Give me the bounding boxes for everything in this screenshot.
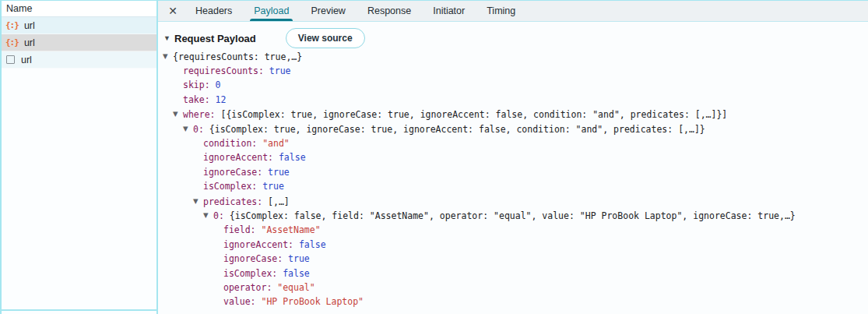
- property-key: ignoreCase:: [223, 253, 288, 264]
- property-key: condition:: [203, 138, 262, 149]
- panel-divider[interactable]: [156, 0, 158, 314]
- tab-timing[interactable]: Timing: [476, 0, 526, 21]
- payload-tree-row[interactable]: value: "HP ProBook Laptop": [158, 295, 868, 309]
- name-column-header[interactable]: Name: [0, 0, 156, 17]
- request-row[interactable]: url: [0, 51, 156, 69]
- payload-tree-row[interactable]: field: "AssetName": [158, 223, 868, 237]
- property-value: "equal": [277, 282, 315, 293]
- tab-headers[interactable]: Headers: [184, 0, 243, 21]
- property-key: 0:: [213, 210, 230, 221]
- payload-tree-row[interactable]: condition: "and": [158, 136, 868, 150]
- expand-triangle-icon[interactable]: ▼: [193, 194, 203, 208]
- tab-label: Initiator: [433, 5, 465, 16]
- tab-payload[interactable]: Payload: [243, 0, 300, 21]
- payload-tree-row[interactable]: ▼where: [{isComplex: true, ignoreCase: t…: [158, 107, 868, 122]
- network-request-list: Name {:}url{:}urlurl: [0, 0, 156, 314]
- property-value: 12: [216, 94, 227, 105]
- property-value: true: [262, 181, 284, 192]
- payload-tree-row[interactable]: operator: "equal": [158, 280, 868, 295]
- property-value: true: [268, 167, 290, 178]
- property-key: ignoreAccent:: [203, 152, 279, 163]
- section-title: Request Payload: [174, 33, 256, 44]
- payload-tree-row[interactable]: ▼0: {isComplex: true, ignoreCase: true, …: [158, 122, 868, 136]
- details-tab-bar: ✕ HeadersPayloadPreviewResponseInitiator…: [158, 0, 868, 22]
- expand-triangle-icon[interactable]: ▼: [163, 49, 173, 63]
- payload-tree-row[interactable]: ignoreCase: true: [158, 165, 868, 179]
- close-button[interactable]: ✕: [161, 0, 184, 21]
- expand-triangle-icon[interactable]: ▼: [183, 122, 193, 136]
- payload-tree-row[interactable]: ▼predicates: [,…]: [158, 194, 868, 209]
- payload-json-tree: ▼{requiresCounts: true,…}requiresCounts:…: [158, 49, 868, 309]
- payload-tree-row[interactable]: take: 12: [158, 93, 868, 107]
- request-name-label: url: [21, 55, 32, 65]
- property-value: false: [279, 152, 306, 163]
- request-name-label: url: [24, 20, 35, 31]
- request-row[interactable]: {:}url: [0, 17, 156, 34]
- name-column-label: Name: [6, 3, 32, 14]
- document-square-icon: [6, 55, 15, 64]
- property-value: {isComplex: true, ignoreCase: true, igno…: [209, 124, 705, 135]
- tab-preview[interactable]: Preview: [300, 0, 356, 21]
- property-value: false: [283, 268, 310, 279]
- json-braces-icon: {:}: [5, 38, 19, 47]
- view-source-label: View source: [298, 33, 353, 44]
- property-key: take:: [183, 94, 216, 105]
- property-value: true: [269, 65, 291, 76]
- tab-response[interactable]: Response: [357, 0, 422, 21]
- panel-frame-left-border: [0, 0, 2, 314]
- property-key: 0:: [193, 124, 209, 135]
- property-key: skip:: [183, 79, 216, 90]
- payload-tree-row[interactable]: isComplex: true: [158, 179, 868, 193]
- request-row[interactable]: {:}url: [0, 34, 156, 51]
- property-value: [,…]: [268, 196, 290, 206]
- property-value: "HP ProBook Laptop": [261, 296, 364, 307]
- close-icon: ✕: [168, 5, 177, 17]
- expand-triangle-icon[interactable]: ▼: [203, 208, 213, 222]
- request-payload-section-header[interactable]: ▼ Request Payload View source: [163, 28, 868, 48]
- section-collapse-triangle-icon[interactable]: ▼: [163, 34, 174, 42]
- tab-label: Preview: [311, 5, 345, 16]
- sidebar-bottom-border: [0, 309, 158, 311]
- tab-label: Headers: [195, 5, 232, 16]
- request-details-panel: ✕ HeadersPayloadPreviewResponseInitiator…: [158, 0, 868, 314]
- request-rows: {:}url{:}urlurl: [0, 17, 156, 69]
- property-key: isComplex:: [203, 181, 262, 192]
- json-braces-icon: {:}: [5, 21, 19, 30]
- property-key: ignoreCase:: [203, 167, 268, 178]
- payload-tree-row[interactable]: skip: 0: [158, 78, 868, 92]
- property-key: value:: [223, 296, 261, 307]
- property-key: requiresCounts:: [183, 65, 269, 76]
- property-key: where:: [183, 109, 220, 120]
- tab-label: Timing: [487, 5, 515, 16]
- property-value: 0: [216, 79, 221, 90]
- property-value: false: [299, 239, 326, 250]
- payload-tree-row[interactable]: isComplex: false: [158, 266, 868, 280]
- payload-tree-row[interactable]: ▼{requiresCounts: true,…}: [158, 49, 868, 64]
- property-key: field:: [223, 224, 261, 235]
- payload-tree-row[interactable]: requiresCounts: true: [158, 64, 868, 78]
- property-value: "AssetName": [261, 224, 320, 235]
- property-value: true: [288, 253, 310, 264]
- payload-tree-row[interactable]: ▼0: {isComplex: false, field: "AssetName…: [158, 208, 868, 223]
- property-key: isComplex:: [223, 268, 283, 279]
- panel-frame-top-border: [0, 0, 868, 1]
- request-name-label: url: [24, 37, 35, 48]
- tab-initiator[interactable]: Initiator: [422, 0, 476, 21]
- property-key: ignoreAccent:: [223, 239, 299, 250]
- view-source-button[interactable]: View source: [286, 28, 365, 48]
- payload-tree-row[interactable]: ignoreAccent: false: [158, 150, 868, 164]
- property-key: operator:: [223, 282, 277, 293]
- expand-triangle-icon[interactable]: ▼: [173, 107, 183, 121]
- payload-tree-row[interactable]: ignoreAccent: false: [158, 238, 868, 252]
- property-value: {requiresCounts: true,…}: [173, 51, 302, 62]
- property-value: "and": [262, 138, 290, 149]
- payload-tree-row[interactable]: ignoreCase: true: [158, 252, 868, 266]
- tab-label: Payload: [254, 5, 289, 16]
- property-value: {isComplex: false, field: "AssetName", o…: [230, 210, 796, 221]
- property-key: predicates:: [203, 196, 268, 206]
- property-value: [{isComplex: true, ignoreCase: true, ign…: [220, 109, 727, 120]
- tab-list: HeadersPayloadPreviewResponseInitiatorTi…: [184, 0, 526, 21]
- tab-label: Response: [367, 5, 411, 16]
